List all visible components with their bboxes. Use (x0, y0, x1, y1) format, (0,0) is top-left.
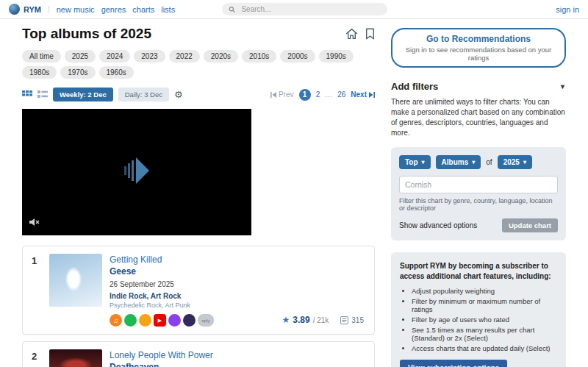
star-icon: ★ (282, 315, 290, 325)
album-rating: 3.89 (293, 315, 309, 325)
nav-link-genres[interactable]: genres (101, 5, 126, 14)
album-cover-art[interactable] (49, 349, 102, 367)
soundcloud-icon[interactable] (139, 314, 151, 327)
chip-2010s[interactable]: 2010s (242, 50, 276, 63)
muted-speaker-icon[interactable] (29, 216, 40, 229)
settings-gear-icon[interactable]: ⚙ (174, 90, 183, 99)
album-rank: 2 (32, 349, 42, 367)
page-ellipsis: … (325, 90, 332, 99)
daily-chart-button[interactable]: Daily: 3 Dec (118, 88, 169, 101)
grid-view-icon[interactable] (22, 90, 32, 99)
chip-2022[interactable]: 2022 (169, 50, 200, 63)
chip-all-time[interactable]: All time (22, 50, 61, 63)
collapse-caret-icon[interactable]: ▼ (559, 83, 566, 90)
chip-2020s[interactable]: 2020s (204, 50, 238, 63)
reviews-icon (340, 316, 348, 324)
last-page-button[interactable]: 26 (337, 90, 345, 99)
top-dropdown[interactable]: Top ▾ (399, 155, 431, 169)
chip-1960s[interactable]: 1960s (99, 66, 134, 79)
chevron-down-icon: ▾ (422, 159, 425, 165)
nav-separator: | (48, 5, 50, 13)
nav-link-lists[interactable]: lists (161, 5, 175, 14)
list-view-icon[interactable] (37, 90, 48, 99)
right-sidebar: Go to Recommendations Sign in to see rec… (391, 19, 566, 367)
filter-hint: Filter this chart by genre, country, lan… (399, 197, 558, 212)
chevron-down-icon: ▾ (523, 159, 526, 165)
add-filters-heading: Add filters (391, 81, 438, 92)
chip-2025[interactable]: 2025 (65, 50, 96, 63)
album-cover-art[interactable] (49, 254, 102, 307)
itunes-icon[interactable] (110, 314, 122, 327)
more-icon[interactable] (198, 314, 214, 327)
deezer-icon[interactable] (168, 314, 181, 327)
rym-logo[interactable]: RYM (9, 4, 41, 15)
subscription-panel: Support RYM by becoming a subscriber to … (391, 252, 566, 367)
filters-description: There are unlimited ways to filter chart… (391, 97, 566, 138)
chip-2024[interactable]: 2024 (99, 50, 130, 63)
nav-link-charts[interactable]: charts (132, 5, 154, 14)
youtube-icon[interactable] (154, 314, 166, 327)
chart-filter-input[interactable] (399, 176, 558, 193)
search-icon (229, 6, 235, 13)
play-logo-icon[interactable] (124, 156, 149, 188)
spotify-icon[interactable] (124, 314, 137, 327)
chip-1990s[interactable]: 1990s (319, 50, 354, 63)
page-title: Top albums of 2025 (22, 26, 151, 42)
skip-prev-icon (270, 92, 276, 98)
release-type-dropdown[interactable]: Albums ▾ (436, 155, 481, 169)
subscription-benefits-list: Adjust popularity weighting Filter by mi… (400, 287, 557, 352)
album-artist-link[interactable]: Geese (110, 266, 365, 277)
prev-page-button[interactable]: Prev (270, 90, 294, 99)
benefit-item: Filter by minimum or maximum number of r… (412, 297, 557, 313)
of-label: of (486, 158, 492, 166)
album-card: 1 Getting Killed Geese 26 September 2025… (22, 246, 375, 335)
album-primary-genres[interactable]: Indie Rock, Art Rock (110, 292, 365, 300)
album-artist-link[interactable]: Deafheaven (110, 362, 365, 367)
benefit-item: Filter by age of users who rated (412, 316, 557, 324)
page-2-button[interactable]: 2 (316, 90, 320, 99)
benefit-item: See 1.5 times as many results per chart … (412, 326, 557, 342)
album-release-date: 26 September 2025 (110, 280, 365, 288)
album-card: 2 Lonely People With Power Deafheaven 28… (22, 341, 375, 367)
weekly-chart-button[interactable]: Weekly: 2 Dec (53, 88, 113, 101)
skip-next-icon (369, 92, 375, 98)
chip-2023[interactable]: 2023 (134, 50, 165, 63)
tidal-icon[interactable] (183, 314, 196, 327)
view-subscription-options-button[interactable]: View subscription options (400, 360, 507, 367)
album-title-link[interactable]: Lonely People With Power (110, 350, 365, 360)
pagination: Prev 1 2 … 26 Next (270, 89, 375, 101)
album-chart-list: 1 Getting Killed Geese 26 September 2025… (22, 246, 375, 367)
benefit-item: Adjust popularity weighting (412, 287, 557, 295)
video-player[interactable] (22, 109, 251, 235)
nav-link-new-music[interactable]: new music (57, 5, 95, 14)
chip-2000s[interactable]: 2000s (280, 50, 315, 63)
rym-brand-text: RYM (24, 5, 41, 14)
chevron-down-icon: ▾ (472, 159, 475, 165)
advanced-options-link[interactable]: Show advanced options (399, 221, 477, 229)
search-input[interactable] (240, 4, 381, 14)
album-secondary-genres[interactable]: Psychedelic Rock, Art Punk (110, 302, 365, 309)
home-icon[interactable] (345, 28, 358, 40)
update-chart-button[interactable]: Update chart (502, 218, 558, 232)
bookmark-icon[interactable] (365, 28, 375, 40)
album-rank: 1 (32, 254, 42, 327)
recommendations-subtitle: Sign in to see recommendations based on … (401, 46, 556, 62)
year-dropdown[interactable]: 2025 ▾ (498, 155, 532, 169)
benefit-item: Access charts that are updated daily (Se… (412, 344, 557, 352)
chip-1970s[interactable]: 1970s (60, 66, 95, 79)
recommendations-button-label: Go to Recommendations (401, 34, 556, 44)
page-1-button[interactable]: 1 (299, 89, 311, 101)
year-filter-chips: All time 2025 2024 2023 2022 2020s 2010s… (22, 50, 375, 79)
chart-toolbar: Weekly: 2 Dec Daily: 3 Dec ⚙ Prev 1 2 … … (22, 88, 375, 101)
album-review-count[interactable]: 315 (351, 316, 364, 324)
sign-in-link[interactable]: sign in (556, 5, 579, 14)
album-title-link[interactable]: Getting Killed (110, 254, 365, 265)
album-rating-count: / 21k (313, 316, 329, 324)
global-search[interactable] (222, 3, 387, 15)
main-column: Top albums of 2025 All time 2025 2024 20… (22, 19, 375, 367)
next-page-button[interactable]: Next (351, 90, 375, 99)
album-stats: ★ 3.89 / 21k 315 (282, 315, 365, 325)
chip-1980s[interactable]: 1980s (22, 66, 57, 79)
rym-logo-icon (9, 4, 20, 15)
recommendations-button[interactable]: Go to Recommendations Sign in to see rec… (391, 28, 566, 68)
